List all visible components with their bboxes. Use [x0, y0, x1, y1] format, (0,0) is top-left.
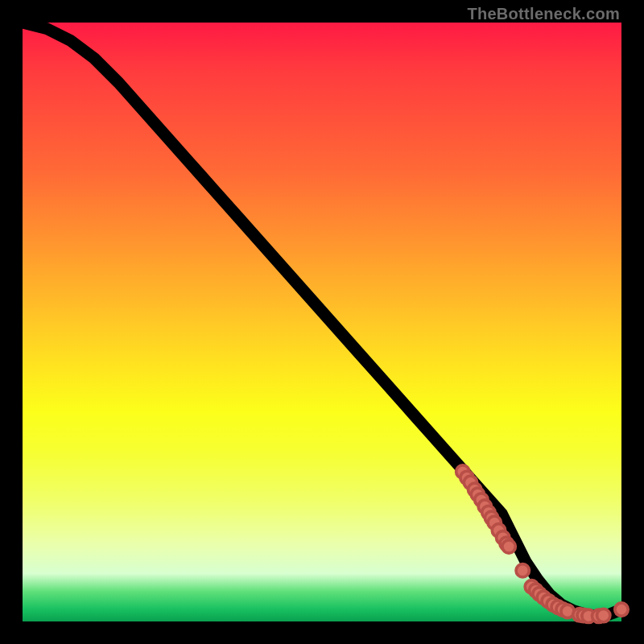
data-point — [615, 603, 628, 616]
chart-overlay — [23, 23, 621, 621]
bottleneck-curve — [23, 23, 621, 616]
data-points — [456, 465, 629, 623]
data-point — [597, 609, 609, 621]
canvas-background: TheBottleneck.com — [0, 0, 644, 644]
data-point — [502, 540, 515, 553]
data-point — [516, 564, 529, 577]
watermark-text: TheBottleneck.com — [467, 5, 620, 23]
